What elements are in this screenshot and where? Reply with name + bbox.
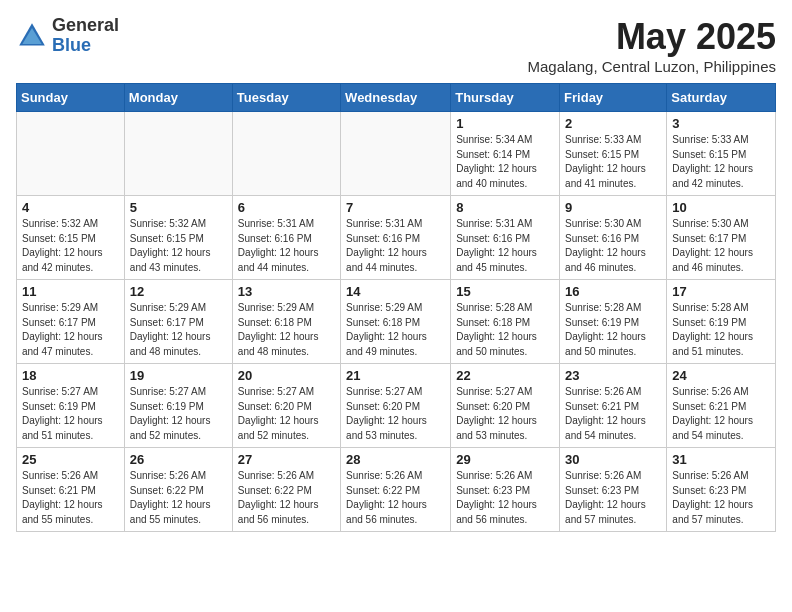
calendar-day-2: 2Sunrise: 5:33 AM Sunset: 6:15 PM Daylig… — [560, 112, 667, 196]
day-number: 5 — [130, 200, 227, 215]
calendar-day-29: 29Sunrise: 5:26 AM Sunset: 6:23 PM Dayli… — [451, 448, 560, 532]
calendar-day-12: 12Sunrise: 5:29 AM Sunset: 6:17 PM Dayli… — [124, 280, 232, 364]
title-block: May 2025 Magalang, Central Luzon, Philip… — [528, 16, 777, 75]
day-info: Sunrise: 5:31 AM Sunset: 6:16 PM Dayligh… — [456, 217, 554, 275]
calendar-day-30: 30Sunrise: 5:26 AM Sunset: 6:23 PM Dayli… — [560, 448, 667, 532]
calendar-day-23: 23Sunrise: 5:26 AM Sunset: 6:21 PM Dayli… — [560, 364, 667, 448]
day-info: Sunrise: 5:26 AM Sunset: 6:23 PM Dayligh… — [565, 469, 661, 527]
calendar-empty-cell — [17, 112, 125, 196]
day-number: 6 — [238, 200, 335, 215]
calendar-day-28: 28Sunrise: 5:26 AM Sunset: 6:22 PM Dayli… — [341, 448, 451, 532]
calendar-day-11: 11Sunrise: 5:29 AM Sunset: 6:17 PM Dayli… — [17, 280, 125, 364]
day-info: Sunrise: 5:34 AM Sunset: 6:14 PM Dayligh… — [456, 133, 554, 191]
calendar-day-20: 20Sunrise: 5:27 AM Sunset: 6:20 PM Dayli… — [232, 364, 340, 448]
day-info: Sunrise: 5:26 AM Sunset: 6:22 PM Dayligh… — [238, 469, 335, 527]
day-number: 17 — [672, 284, 770, 299]
calendar-day-19: 19Sunrise: 5:27 AM Sunset: 6:19 PM Dayli… — [124, 364, 232, 448]
weekday-header-thursday: Thursday — [451, 84, 560, 112]
calendar-week-row: 11Sunrise: 5:29 AM Sunset: 6:17 PM Dayli… — [17, 280, 776, 364]
day-number: 25 — [22, 452, 119, 467]
day-info: Sunrise: 5:26 AM Sunset: 6:21 PM Dayligh… — [672, 385, 770, 443]
calendar-day-26: 26Sunrise: 5:26 AM Sunset: 6:22 PM Dayli… — [124, 448, 232, 532]
day-info: Sunrise: 5:27 AM Sunset: 6:20 PM Dayligh… — [238, 385, 335, 443]
day-info: Sunrise: 5:26 AM Sunset: 6:23 PM Dayligh… — [456, 469, 554, 527]
weekday-header-saturday: Saturday — [667, 84, 776, 112]
day-info: Sunrise: 5:29 AM Sunset: 6:17 PM Dayligh… — [22, 301, 119, 359]
day-info: Sunrise: 5:33 AM Sunset: 6:15 PM Dayligh… — [565, 133, 661, 191]
day-number: 24 — [672, 368, 770, 383]
calendar-week-row: 18Sunrise: 5:27 AM Sunset: 6:19 PM Dayli… — [17, 364, 776, 448]
day-number: 21 — [346, 368, 445, 383]
calendar-empty-cell — [124, 112, 232, 196]
calendar-week-row: 25Sunrise: 5:26 AM Sunset: 6:21 PM Dayli… — [17, 448, 776, 532]
logo-icon — [16, 20, 48, 52]
calendar-day-9: 9Sunrise: 5:30 AM Sunset: 6:16 PM Daylig… — [560, 196, 667, 280]
day-number: 19 — [130, 368, 227, 383]
day-info: Sunrise: 5:26 AM Sunset: 6:21 PM Dayligh… — [22, 469, 119, 527]
weekday-header-sunday: Sunday — [17, 84, 125, 112]
calendar-day-15: 15Sunrise: 5:28 AM Sunset: 6:18 PM Dayli… — [451, 280, 560, 364]
day-info: Sunrise: 5:26 AM Sunset: 6:23 PM Dayligh… — [672, 469, 770, 527]
day-number: 3 — [672, 116, 770, 131]
day-info: Sunrise: 5:33 AM Sunset: 6:15 PM Dayligh… — [672, 133, 770, 191]
day-number: 18 — [22, 368, 119, 383]
day-info: Sunrise: 5:30 AM Sunset: 6:17 PM Dayligh… — [672, 217, 770, 275]
calendar-day-14: 14Sunrise: 5:29 AM Sunset: 6:18 PM Dayli… — [341, 280, 451, 364]
day-number: 15 — [456, 284, 554, 299]
day-number: 29 — [456, 452, 554, 467]
day-number: 13 — [238, 284, 335, 299]
calendar-day-3: 3Sunrise: 5:33 AM Sunset: 6:15 PM Daylig… — [667, 112, 776, 196]
calendar-day-24: 24Sunrise: 5:26 AM Sunset: 6:21 PM Dayli… — [667, 364, 776, 448]
day-number: 7 — [346, 200, 445, 215]
location-label: Magalang, Central Luzon, Philippines — [528, 58, 777, 75]
day-number: 14 — [346, 284, 445, 299]
calendar-week-row: 1Sunrise: 5:34 AM Sunset: 6:14 PM Daylig… — [17, 112, 776, 196]
day-number: 11 — [22, 284, 119, 299]
day-number: 27 — [238, 452, 335, 467]
weekday-header-friday: Friday — [560, 84, 667, 112]
weekday-header-row: SundayMondayTuesdayWednesdayThursdayFrid… — [17, 84, 776, 112]
day-number: 1 — [456, 116, 554, 131]
calendar-week-row: 4Sunrise: 5:32 AM Sunset: 6:15 PM Daylig… — [17, 196, 776, 280]
logo-blue-label: Blue — [52, 36, 119, 56]
day-info: Sunrise: 5:31 AM Sunset: 6:16 PM Dayligh… — [346, 217, 445, 275]
day-info: Sunrise: 5:27 AM Sunset: 6:19 PM Dayligh… — [22, 385, 119, 443]
day-number: 31 — [672, 452, 770, 467]
calendar-day-1: 1Sunrise: 5:34 AM Sunset: 6:14 PM Daylig… — [451, 112, 560, 196]
calendar-day-22: 22Sunrise: 5:27 AM Sunset: 6:20 PM Dayli… — [451, 364, 560, 448]
day-info: Sunrise: 5:26 AM Sunset: 6:22 PM Dayligh… — [346, 469, 445, 527]
day-number: 22 — [456, 368, 554, 383]
day-info: Sunrise: 5:29 AM Sunset: 6:18 PM Dayligh… — [238, 301, 335, 359]
day-info: Sunrise: 5:29 AM Sunset: 6:17 PM Dayligh… — [130, 301, 227, 359]
day-number: 28 — [346, 452, 445, 467]
logo: General Blue — [16, 16, 119, 56]
calendar-empty-cell — [341, 112, 451, 196]
day-number: 10 — [672, 200, 770, 215]
calendar-day-21: 21Sunrise: 5:27 AM Sunset: 6:20 PM Dayli… — [341, 364, 451, 448]
day-info: Sunrise: 5:28 AM Sunset: 6:19 PM Dayligh… — [565, 301, 661, 359]
day-info: Sunrise: 5:26 AM Sunset: 6:22 PM Dayligh… — [130, 469, 227, 527]
calendar-day-5: 5Sunrise: 5:32 AM Sunset: 6:15 PM Daylig… — [124, 196, 232, 280]
weekday-header-wednesday: Wednesday — [341, 84, 451, 112]
calendar-day-10: 10Sunrise: 5:30 AM Sunset: 6:17 PM Dayli… — [667, 196, 776, 280]
month-title: May 2025 — [528, 16, 777, 58]
day-info: Sunrise: 5:29 AM Sunset: 6:18 PM Dayligh… — [346, 301, 445, 359]
day-number: 8 — [456, 200, 554, 215]
day-number: 2 — [565, 116, 661, 131]
day-info: Sunrise: 5:27 AM Sunset: 6:20 PM Dayligh… — [456, 385, 554, 443]
day-info: Sunrise: 5:26 AM Sunset: 6:21 PM Dayligh… — [565, 385, 661, 443]
calendar-day-4: 4Sunrise: 5:32 AM Sunset: 6:15 PM Daylig… — [17, 196, 125, 280]
day-number: 26 — [130, 452, 227, 467]
day-number: 16 — [565, 284, 661, 299]
logo-general-label: General — [52, 16, 119, 36]
day-info: Sunrise: 5:27 AM Sunset: 6:19 PM Dayligh… — [130, 385, 227, 443]
calendar-day-16: 16Sunrise: 5:28 AM Sunset: 6:19 PM Dayli… — [560, 280, 667, 364]
day-info: Sunrise: 5:27 AM Sunset: 6:20 PM Dayligh… — [346, 385, 445, 443]
page-header: General Blue May 2025 Magalang, Central … — [16, 16, 776, 75]
calendar-day-17: 17Sunrise: 5:28 AM Sunset: 6:19 PM Dayli… — [667, 280, 776, 364]
day-info: Sunrise: 5:31 AM Sunset: 6:16 PM Dayligh… — [238, 217, 335, 275]
day-number: 23 — [565, 368, 661, 383]
day-info: Sunrise: 5:32 AM Sunset: 6:15 PM Dayligh… — [130, 217, 227, 275]
day-number: 9 — [565, 200, 661, 215]
logo-text: General Blue — [52, 16, 119, 56]
